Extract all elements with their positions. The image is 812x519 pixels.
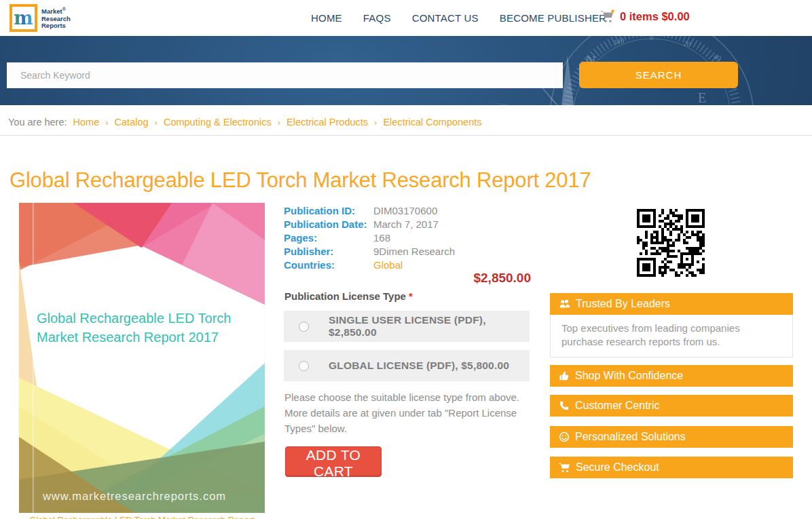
phone-icon: [559, 400, 570, 411]
detail-value: 9Dimen Research: [373, 245, 455, 258]
license-label-text: Publication License Type: [284, 290, 406, 302]
users-icon: [559, 299, 570, 309]
detail-value: March 7, 2017: [373, 218, 439, 231]
thumb-up-icon: [559, 370, 570, 381]
banner-label: Trusted By Leaders: [576, 298, 670, 310]
hero-search-band: 340 0 20 40 N E SEARCH: [0, 36, 812, 105]
banner-label: Shop With Confidence: [575, 370, 683, 382]
search-input[interactable]: [7, 62, 563, 88]
cover-caption-link[interactable]: Global Rechargeable LED Torch Market Res…: [19, 515, 265, 519]
detail-value: 168: [373, 231, 390, 245]
cart-icon: [600, 9, 615, 23]
svg-text:E: E: [698, 90, 706, 105]
countries-global-link[interactable]: Global: [373, 258, 403, 272]
radio-single-user-license[interactable]: [299, 322, 309, 332]
license-option-label: GLOBAL LICENSE (PDF), $5,800.00: [329, 360, 509, 372]
logo-line1: Market: [41, 7, 62, 15]
banner-shop-with-confidence: Shop With Confidence: [550, 365, 793, 387]
breadcrumb-separator: ›: [105, 117, 108, 128]
site-logo[interactable]: m Market® Research Reports: [10, 4, 71, 32]
smiley-icon: [559, 431, 570, 442]
detail-value: DIM03170600: [373, 204, 437, 218]
license-note-text: Please choose the suitable license type …: [284, 389, 529, 436]
cover-title-line2: Market Research Report 2017: [37, 328, 240, 347]
logo-mark-box: m: [10, 4, 37, 32]
banner-trusted-by-leaders: Trusted By Leaders: [550, 293, 793, 315]
publication-details: Publication ID: DIM03170600 Publication …: [284, 204, 531, 272]
license-option-single-user[interactable]: SINGLE USER LICENSE (PDF), $2,850.00: [284, 311, 530, 342]
cart-count-text: 0 items $0.00: [620, 10, 690, 23]
detail-row-publication-date: Publication Date: March 7, 2017: [284, 218, 531, 231]
breadcrumb-computing-electronics[interactable]: Computing & Electronics: [164, 117, 272, 128]
detail-row-pages: Pages: 168: [284, 231, 531, 245]
banner-label: Secure Checkout: [576, 461, 659, 474]
cover-title: Global Rechargeable LED Torch Market Res…: [37, 309, 240, 347]
logo-line3: Reports: [41, 22, 71, 30]
breadcrumb: You are here: Home › Catalog › Computing…: [8, 117, 482, 128]
detail-row-publisher: Publisher: 9Dimen Research: [284, 245, 531, 258]
cover-art: [19, 203, 265, 513]
add-to-cart-button[interactable]: ADD TO CART: [285, 446, 382, 477]
breadcrumb-separator: ›: [374, 117, 377, 128]
registered-mark: ®: [62, 7, 66, 12]
price-value: $2,850.00: [284, 271, 531, 286]
breadcrumb-catalog[interactable]: Catalog: [115, 117, 149, 128]
breadcrumb-separator: ›: [155, 117, 158, 128]
radio-global-license[interactable]: [299, 361, 309, 371]
report-cover-image: Global Rechargeable LED Torch Market Res…: [19, 203, 265, 513]
page: m Market® Research Reports HOME FAQS CON…: [0, 0, 812, 519]
nav-faqs[interactable]: FAQS: [363, 12, 391, 24]
logo-m-glyph: m: [14, 9, 33, 27]
detail-label: Publisher:: [284, 245, 373, 258]
breadcrumb-prefix: You are here:: [8, 117, 67, 128]
cover-website-text: www.marketresearchreports.com: [19, 490, 250, 503]
breadcrumb-electrical-products[interactable]: Electrical Products: [287, 117, 368, 128]
main-nav: HOME FAQS CONTACT US BECOME PUBLISHER: [311, 12, 606, 24]
nav-contact-us[interactable]: CONTACT US: [412, 12, 479, 24]
header-cart-link[interactable]: 0 items $0.00: [600, 9, 690, 23]
trusted-by-leaders-text: Top executives from leading companies pu…: [550, 315, 793, 358]
breadcrumb-bar: You are here: Home › Catalog › Computing…: [0, 105, 812, 136]
nav-home[interactable]: HOME: [311, 12, 342, 24]
banner-customer-centric: Customer Centric: [550, 395, 793, 417]
detail-label: Publication Date:: [284, 218, 373, 231]
license-option-label: SINGLE USER LICENSE (PDF), $2,850.00: [329, 314, 530, 339]
banner-personalized-solutions: Personalized Solutions: [550, 426, 793, 448]
search-button[interactable]: SEARCH: [579, 62, 738, 88]
license-type-label: Publication License Type *: [284, 290, 413, 302]
page-title: Global Rechargeable LED Torch Market Res…: [10, 168, 591, 193]
svg-text:340: 340: [612, 36, 625, 47]
top-header: m Market® Research Reports HOME FAQS CON…: [0, 0, 812, 36]
detail-label: Pages:: [284, 231, 373, 245]
svg-text:0: 0: [650, 36, 654, 41]
breadcrumb-electrical-components[interactable]: Electrical Components: [383, 117, 481, 128]
logo-wordmark: Market® Research Reports: [41, 6, 71, 30]
required-asterisk: *: [409, 290, 413, 302]
cover-title-line1: Global Rechargeable LED Torch: [37, 309, 240, 328]
license-option-global[interactable]: GLOBAL LICENSE (PDF), $5,800.00: [284, 350, 530, 381]
breadcrumb-home[interactable]: Home: [73, 117, 100, 128]
banner-secure-checkout: Secure Checkout: [550, 457, 793, 478]
banner-label: Personalized Solutions: [575, 431, 686, 443]
detail-row-countries: Countries: Global: [284, 258, 531, 272]
detail-label: Countries:: [284, 258, 373, 272]
detail-row-publication-id: Publication ID: DIM03170600: [284, 204, 531, 218]
banner-label: Customer Centric: [575, 400, 659, 412]
qr-code: [637, 209, 705, 278]
nav-become-publisher[interactable]: BECOME PUBLISHER: [500, 12, 606, 24]
breadcrumb-separator: ›: [278, 117, 280, 128]
cart-icon: [559, 462, 570, 473]
detail-label: Publication ID:: [284, 204, 373, 218]
svg-text:20: 20: [683, 39, 693, 48]
